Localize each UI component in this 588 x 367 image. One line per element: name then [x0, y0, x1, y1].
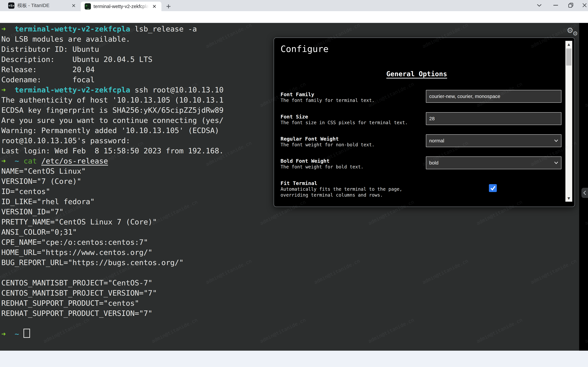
terminal-line — [1, 268, 578, 278]
terminal-line: HOME_URL="https://www.centos.org/" — [1, 247, 578, 258]
chevron-down-icon — [554, 162, 558, 164]
tab-title: terminal-wetty-v2-zekfcpla - T — [94, 4, 149, 9]
fit-terminal-desc-line2: overriding terminal columns and rows. — [281, 192, 383, 198]
new-tab-button[interactable] — [164, 2, 173, 10]
terminal-line: REDHAT_SUPPORT_PRODUCT="centos" — [1, 298, 578, 308]
bold-font-weight-desc: The font weight for bold text. — [281, 164, 363, 170]
window-minimize-button[interactable] — [550, 0, 562, 10]
terminal-line: CPE_NAME="cpe:/o:centos:centos:7" — [1, 237, 578, 247]
terminal-line: ➜ ~ — [1, 329, 578, 339]
terminal-line: ANSI_COLOR="0;31" — [1, 227, 578, 237]
regular-font-weight-desc: The font weight for non-bold text. — [281, 142, 375, 148]
windows-taskbar: 1 20°C 多云 p A∥ ⚙ C:\_ 英 拼 10:19 2023/2/9 — [0, 350, 588, 367]
scroll-down-arrow-icon[interactable]: ▼ — [565, 195, 572, 201]
window-restore-button[interactable] — [565, 0, 577, 10]
tab-terminal-wetty-active[interactable]: >_ terminal-wetty-v2-zekfcpla - T — [81, 2, 161, 11]
font-size-label: Font Size — [281, 114, 308, 120]
terminal-line: PRETTY_NAME="CentOS Linux 7 (Core)" — [1, 217, 578, 227]
font-family-label: Font Family — [281, 92, 314, 97]
regular-font-weight-label: Regular Font Weight — [281, 136, 339, 142]
font-size-input[interactable] — [426, 112, 562, 125]
dialog-section-heading: General Options — [274, 70, 560, 78]
dialog-title: Configure — [281, 44, 329, 54]
font-family-desc: The font family for terminal text. — [281, 98, 375, 103]
terminal-line: VERSION_ID="7" — [1, 207, 578, 217]
wetty-terminal-page: ➜ terminal-wetty-v2-zekfcpla lsb_release… — [0, 23, 588, 350]
bold-font-weight-select[interactable]: bold — [426, 157, 562, 169]
window-close-button[interactable] — [579, 0, 588, 10]
terminal-line: BUG_REPORT_URL="https://bugs.centos.org/… — [1, 258, 578, 268]
configure-dialog: Configure General Options Font Family Th… — [274, 38, 575, 207]
terminal-line — [1, 318, 578, 329]
font-family-input[interactable] — [426, 90, 562, 103]
fit-terminal-checkbox[interactable] — [489, 184, 497, 192]
scrollbar-thumb[interactable] — [566, 49, 571, 66]
scroll-up-arrow-icon[interactable]: ▲ — [565, 41, 572, 48]
browser-toolbar: try.titanide.cn/ide/web/coding/terminal-… — [0, 11, 588, 23]
collapse-panel-tab[interactable] — [581, 188, 588, 198]
selected-value: normal — [429, 138, 444, 143]
chevron-down-icon — [554, 139, 558, 142]
terminal-line: CENTOS_MANTISBT_PROJECT_VERSION="7" — [1, 288, 578, 298]
regular-font-weight-select[interactable]: normal — [426, 134, 562, 147]
wetty-terminal-favicon: >_ — [85, 3, 91, 9]
terminal-line: REDHAT_SUPPORT_PRODUCT_VERSION="7" — [1, 308, 578, 318]
page-right-margin — [579, 23, 588, 350]
tab-search-chevron-icon[interactable] — [534, 0, 545, 10]
terminal-cursor — [24, 329, 30, 338]
fit-terminal-desc-line1: Automatically fits the terminal to the p… — [281, 186, 402, 192]
bold-font-weight-label: Bold Font Weight — [281, 158, 330, 164]
tab-titanide[interactable]: <t> 模板 - TitanIDE — [5, 0, 79, 11]
gear-icon: ⚙ — [573, 30, 578, 37]
tab-close-icon[interactable] — [152, 4, 157, 9]
titanide-favicon: <t> — [8, 2, 14, 9]
fit-terminal-label: Fit Terminal — [281, 180, 317, 186]
browser-tab-strip: <t> 模板 - TitanIDE >_ terminal-wetty-v2-z… — [0, 0, 588, 11]
tab-close-icon[interactable] — [71, 3, 77, 8]
font-size-desc: The font size in CSS pixels for terminal… — [281, 120, 408, 125]
terminal-line: ➜ terminal-wetty-v2-zekfcpla lsb_release… — [1, 24, 578, 34]
tab-title: 模板 - TitanIDE — [17, 2, 50, 9]
selected-value: bold — [429, 160, 439, 166]
checkmark-icon — [490, 185, 496, 191]
dialog-scrollbar[interactable]: ▲ ▼ — [565, 41, 572, 202]
terminal-line: CENTOS_MANTISBT_PROJECT="CentOS-7" — [1, 278, 578, 288]
